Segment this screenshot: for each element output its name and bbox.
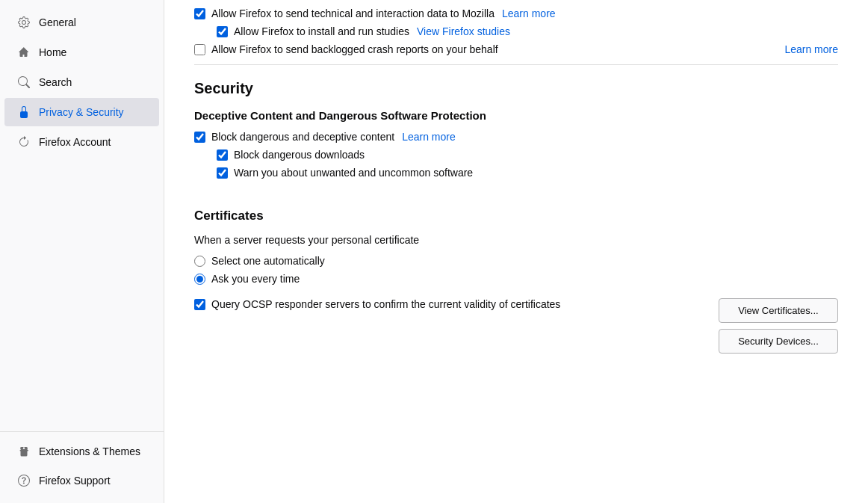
sidebar-item-home[interactable]: Home	[4, 38, 159, 67]
certificates-title: Certificates	[194, 209, 838, 223]
sidebar-item-extensions[interactable]: Extensions & Themes	[4, 437, 159, 466]
send-technical-learn-more[interactable]: Learn more	[502, 7, 556, 19]
sidebar: General Home Search Privacy & Security	[0, 0, 164, 503]
warn-unwanted-checkbox[interactable]	[217, 167, 228, 179]
install-studies-label[interactable]: Allow Firefox to install and run studies…	[234, 25, 510, 37]
block-downloads-label[interactable]: Block dangerous downloads	[234, 149, 365, 161]
sidebar-item-search[interactable]: Search	[4, 68, 159, 96]
block-downloads-checkbox[interactable]	[217, 149, 228, 161]
query-ocsp-checkbox[interactable]	[194, 299, 205, 310]
install-studies-checkbox[interactable]	[217, 26, 228, 37]
question-icon	[16, 473, 31, 488]
block-dangerous-row: Block dangerous and deceptive content Le…	[194, 131, 838, 143]
sidebar-item-privacy-security[interactable]: Privacy & Security	[4, 98, 159, 126]
query-ocsp-row: Query OCSP responder servers to confirm …	[194, 298, 707, 310]
sidebar-item-home-label: Home	[39, 46, 66, 58]
send-backlogged-learn-more[interactable]: Learn more	[784, 43, 838, 55]
warn-unwanted-label[interactable]: Warn you about unwanted and uncommon sof…	[234, 167, 473, 179]
select-automatically-row: Select one automatically	[194, 255, 838, 267]
block-downloads-row: Block dangerous downloads	[194, 149, 838, 161]
sidebar-item-support-label: Firefox Support	[39, 475, 111, 487]
sidebar-item-privacy-label: Privacy & Security	[39, 106, 124, 118]
security-section-title: Security	[194, 80, 838, 97]
certs-description: When a server requests your personal cer…	[194, 234, 838, 246]
sidebar-item-extensions-label: Extensions & Themes	[39, 445, 140, 457]
main-content: Allow Firefox to send technical and inte…	[164, 0, 868, 503]
sidebar-item-account-label: Firefox Account	[39, 136, 111, 148]
send-technical-row: Allow Firefox to send technical and inte…	[194, 7, 838, 19]
warn-unwanted-row: Warn you about unwanted and uncommon sof…	[194, 167, 838, 179]
home-icon	[16, 45, 31, 60]
sidebar-item-general-label: General	[39, 16, 76, 28]
query-ocsp-label[interactable]: Query OCSP responder servers to confirm …	[211, 298, 560, 310]
search-icon	[16, 75, 31, 90]
puzzle-icon	[16, 444, 31, 459]
block-dangerous-label[interactable]: Block dangerous and deceptive content Le…	[211, 131, 456, 143]
section-divider-security	[194, 64, 838, 65]
sidebar-item-search-label: Search	[39, 76, 72, 88]
select-auto-radio[interactable]	[194, 256, 205, 267]
select-auto-label[interactable]: Select one automatically	[211, 255, 325, 267]
send-backlogged-row: Allow Firefox to send backlogged crash r…	[194, 43, 838, 55]
block-dangerous-learn-more[interactable]: Learn more	[402, 131, 456, 143]
certificates-section: Certificates When a server requests your…	[194, 209, 838, 354]
send-technical-checkbox[interactable]	[194, 8, 205, 19]
view-firefox-studies-link[interactable]: View Firefox studies	[417, 25, 510, 37]
lock-icon	[16, 105, 31, 120]
install-studies-row: Allow Firefox to install and run studies…	[194, 25, 838, 37]
deceptive-content-title: Deceptive Content and Dangerous Software…	[194, 109, 838, 122]
sidebar-item-support[interactable]: Firefox Support	[4, 466, 159, 495]
sidebar-item-general[interactable]: General	[4, 8, 159, 37]
gear-icon	[16, 15, 31, 30]
view-certificates-button[interactable]: View Certificates...	[719, 298, 838, 323]
sync-icon	[16, 135, 31, 149]
sidebar-item-firefox-account[interactable]: Firefox Account	[4, 128, 159, 156]
send-backlogged-label[interactable]: Allow Firefox to send backlogged crash r…	[211, 43, 775, 55]
ask-every-radio[interactable]	[194, 274, 205, 285]
security-devices-button[interactable]: Security Devices...	[719, 329, 838, 354]
send-technical-label[interactable]: Allow Firefox to send technical and inte…	[211, 7, 556, 19]
block-dangerous-checkbox[interactable]	[194, 132, 205, 143]
send-backlogged-checkbox[interactable]	[194, 44, 205, 55]
ask-every-label[interactable]: Ask you every time	[211, 273, 300, 285]
ask-every-time-row: Ask you every time	[194, 273, 838, 285]
